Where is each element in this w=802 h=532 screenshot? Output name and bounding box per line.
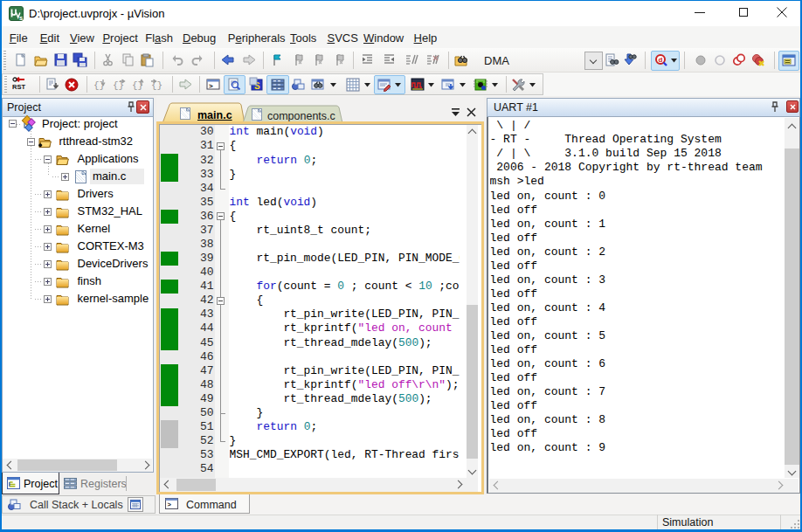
svg-text:>: > [167,501,171,508]
svg-text:d: d [659,56,663,64]
svg-text:{}: {} [151,80,162,91]
svg-text:RST: RST [12,83,25,91]
svg-text:s: s [19,14,23,22]
svg-text:>: > [209,82,213,90]
